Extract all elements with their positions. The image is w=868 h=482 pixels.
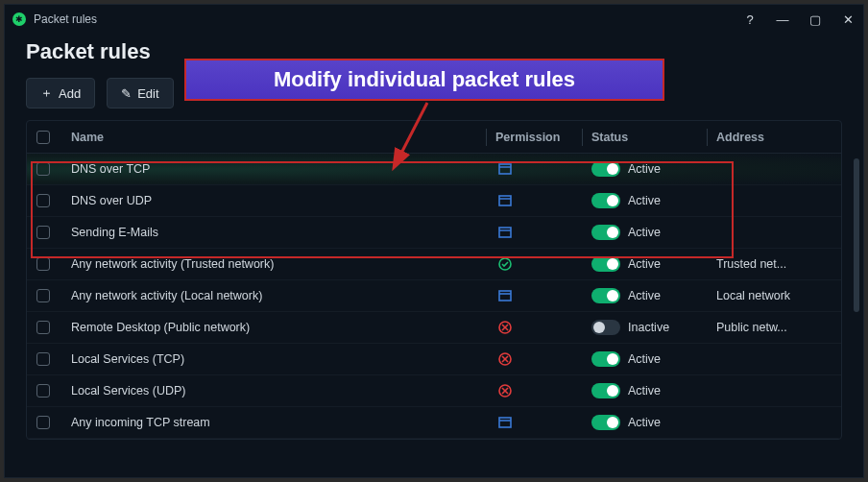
permission-block-icon [495, 193, 515, 208]
row-checkbox[interactable] [36, 226, 50, 239]
address-cell: Local network [716, 289, 832, 302]
row-checkbox[interactable] [36, 162, 50, 176]
select-all-checkbox[interactable] [36, 131, 50, 144]
table-row[interactable]: Any network activity (Trusted network)Ac… [27, 249, 841, 280]
status-label: Active [628, 289, 661, 302]
svg-line-20 [395, 103, 427, 166]
status-label: Inactive [628, 321, 669, 334]
permission-block-icon [495, 288, 515, 303]
col-status[interactable]: Status [591, 131, 716, 144]
status-label: Active [628, 257, 661, 271]
edit-button[interactable]: ✎ Edit [107, 78, 173, 108]
row-checkbox[interactable] [36, 321, 50, 334]
status-toggle[interactable] [591, 161, 620, 177]
table-row[interactable]: DNS over UDPActive [27, 185, 841, 217]
table-row[interactable]: Any incoming TCP streamActive [27, 407, 841, 439]
svg-rect-0 [499, 164, 511, 174]
table-row[interactable]: Remote Desktop (Public network)InactiveP… [27, 312, 841, 344]
rule-name: DNS over UDP [71, 194, 495, 207]
status-label: Active [628, 226, 661, 239]
svg-rect-18 [499, 418, 511, 427]
address-cell: Trusted net... [716, 257, 832, 271]
vertical-scrollbar[interactable] [854, 158, 859, 456]
rule-name: Local Services (UDP) [71, 384, 495, 398]
row-checkbox[interactable] [36, 194, 50, 207]
row-checkbox[interactable] [36, 416, 50, 429]
table-row[interactable]: Any network activity (Local network)Acti… [27, 280, 841, 312]
titlebar: ✱ Packet rules ? — ▢ ✕ [5, 5, 863, 34]
svg-rect-7 [499, 291, 511, 301]
address-cell: Public netw... [716, 321, 832, 334]
svg-rect-4 [499, 228, 511, 237]
status-toggle[interactable] [591, 320, 620, 335]
status-toggle[interactable] [591, 351, 620, 367]
rule-name: Sending E-Mails [71, 226, 495, 239]
annotation-callout: Modify individual packet rules [184, 59, 664, 101]
permission-block-icon [495, 225, 515, 240]
permission-block-icon [495, 415, 515, 430]
status-cell: Active [591, 225, 716, 240]
pencil-icon: ✎ [121, 86, 132, 101]
help-button[interactable]: ? [742, 12, 758, 27]
status-cell: Active [591, 288, 716, 303]
status-toggle[interactable] [591, 288, 620, 303]
table-row[interactable]: Sending E-MailsActive [27, 217, 841, 249]
status-label: Active [628, 162, 661, 176]
rule-name: Remote Desktop (Public network) [71, 321, 495, 334]
status-cell: Active [591, 383, 716, 398]
status-cell: Active [591, 351, 716, 367]
row-checkbox[interactable] [36, 384, 50, 398]
status-label: Active [628, 194, 661, 207]
status-label: Active [628, 416, 661, 429]
close-button[interactable]: ✕ [840, 12, 856, 27]
status-toggle[interactable] [591, 256, 620, 272]
row-checkbox[interactable] [36, 352, 50, 366]
rule-name: Any network activity (Trusted network) [71, 257, 495, 271]
add-button[interactable]: ＋ Add [26, 78, 95, 108]
status-label: Active [628, 384, 661, 398]
app-window: ✱ Packet rules ? — ▢ ✕ Packet rules ＋ Ad… [4, 4, 864, 478]
permission-deny-icon [495, 320, 515, 335]
status-cell: Active [591, 415, 716, 430]
rule-name: Local Services (TCP) [71, 352, 495, 366]
status-toggle[interactable] [591, 193, 620, 208]
minimize-button[interactable]: — [775, 12, 790, 27]
status-label: Active [628, 352, 661, 366]
status-cell: Active [591, 161, 716, 177]
table-row[interactable]: Local Services (TCP)Active [27, 344, 841, 375]
window-title: Packet rules [34, 12, 97, 26]
status-toggle[interactable] [591, 383, 620, 398]
svg-rect-2 [499, 196, 511, 205]
col-permission[interactable]: Permission [495, 131, 591, 144]
annotation-text: Modify individual packet rules [274, 67, 575, 92]
maximize-button[interactable]: ▢ [808, 12, 823, 27]
edit-button-label: Edit [137, 86, 158, 101]
status-cell: Active [591, 193, 716, 208]
permission-block-icon [495, 161, 515, 177]
table-row[interactable]: Local Services (UDP)Active [27, 375, 841, 407]
rule-name: Any incoming TCP stream [71, 416, 495, 429]
rule-name: Any network activity (Local network) [71, 289, 495, 302]
plus-icon: ＋ [40, 84, 53, 102]
row-checkbox[interactable] [36, 257, 50, 271]
permission-allow-icon [495, 256, 515, 272]
annotation-arrow-icon [389, 99, 446, 176]
app-logo-icon: ✱ [12, 12, 26, 26]
status-cell: Inactive [591, 320, 716, 335]
add-button-label: Add [59, 86, 81, 101]
col-address[interactable]: Address [716, 131, 832, 144]
permission-deny-icon [495, 351, 515, 367]
status-toggle[interactable] [591, 225, 620, 240]
permission-deny-icon [495, 383, 515, 398]
row-checkbox[interactable] [36, 289, 50, 302]
status-toggle[interactable] [591, 415, 620, 430]
scrollbar-thumb[interactable] [854, 158, 859, 312]
status-cell: Active [591, 256, 716, 272]
